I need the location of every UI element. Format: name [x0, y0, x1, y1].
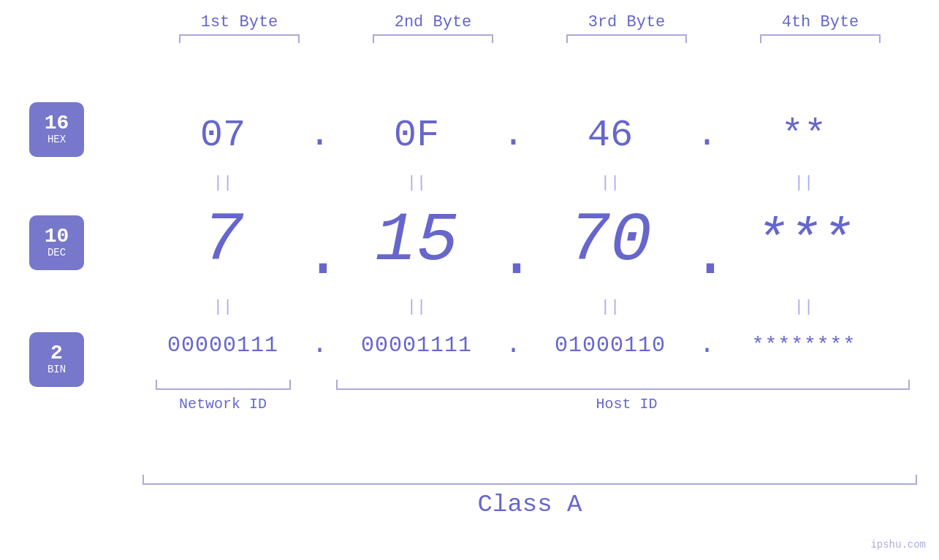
- badge-dec: 10 DEC: [29, 215, 84, 270]
- watermark: ipshu.com: [870, 538, 926, 551]
- hex-val-1: 07: [142, 114, 303, 157]
- badge-bin: 2 BIN: [29, 332, 84, 387]
- network-bracket: [156, 380, 291, 390]
- hex-row: 07 . 0F . 46 . **: [142, 106, 917, 164]
- page: 1st Byte 2nd Byte 3rd Byte 4th Byte 16 H…: [0, 0, 939, 560]
- dec-dot-3: .: [691, 189, 723, 293]
- network-id-label: Network ID: [142, 396, 303, 413]
- hex-val-2: 0F: [336, 114, 497, 157]
- host-id-bracket-area: Host ID: [336, 380, 917, 413]
- bin-val-3: 01000110: [530, 333, 691, 358]
- hex-dot-1: .: [303, 102, 336, 168]
- byte-headers: 1st Byte 2nd Byte 3rd Byte 4th Byte: [142, 13, 917, 43]
- byte-label-4: 4th Byte: [740, 13, 901, 43]
- bracket-top-1: [179, 34, 300, 43]
- dec-dot-2: .: [497, 189, 530, 293]
- host-id-label: Host ID: [336, 396, 917, 413]
- dec-val-2: 15: [336, 202, 497, 280]
- bracket-top-2: [373, 34, 493, 43]
- bin-dot-3: .: [691, 319, 723, 372]
- class-label: Class A: [142, 491, 917, 518]
- eq-row-2: || || || ||: [142, 292, 917, 321]
- byte-label-3: 3rd Byte: [547, 13, 707, 43]
- hex-val-3: 46: [530, 114, 691, 157]
- dec-dot-1: .: [303, 189, 336, 293]
- bin-val-1: 00000111: [142, 333, 303, 358]
- byte-label-2: 2nd Byte: [353, 13, 514, 43]
- bin-dot-2: .: [497, 319, 530, 372]
- bin-dot-1: .: [303, 319, 336, 372]
- badge-hex: 16 HEX: [29, 102, 84, 157]
- dec-val-1: 7: [142, 202, 303, 280]
- network-id-bracket-area: Network ID: [142, 380, 303, 413]
- bin-val-2: 00001111: [336, 333, 497, 358]
- dec-val-4: ***: [723, 210, 884, 272]
- bracket-labels-row: Network ID Host ID: [142, 380, 917, 413]
- host-bracket: [336, 380, 910, 390]
- dec-row: 7 . 15 . 70 . ***: [142, 193, 917, 288]
- eq-row-1: || || || ||: [142, 168, 917, 197]
- bin-row: 00000111 . 00001111 . 01000110 . *******…: [142, 318, 917, 372]
- bracket-top-3: [566, 34, 687, 43]
- class-section: Class A: [142, 475, 917, 518]
- class-bracket: [142, 475, 917, 485]
- bracket-top-4: [760, 34, 881, 43]
- dec-val-3: 70: [530, 202, 691, 280]
- hex-dot-2: .: [497, 102, 530, 168]
- byte-label-1: 1st Byte: [159, 13, 320, 43]
- hex-dot-3: .: [691, 102, 723, 168]
- bin-val-4: ********: [723, 334, 884, 356]
- hex-val-4: **: [723, 114, 884, 157]
